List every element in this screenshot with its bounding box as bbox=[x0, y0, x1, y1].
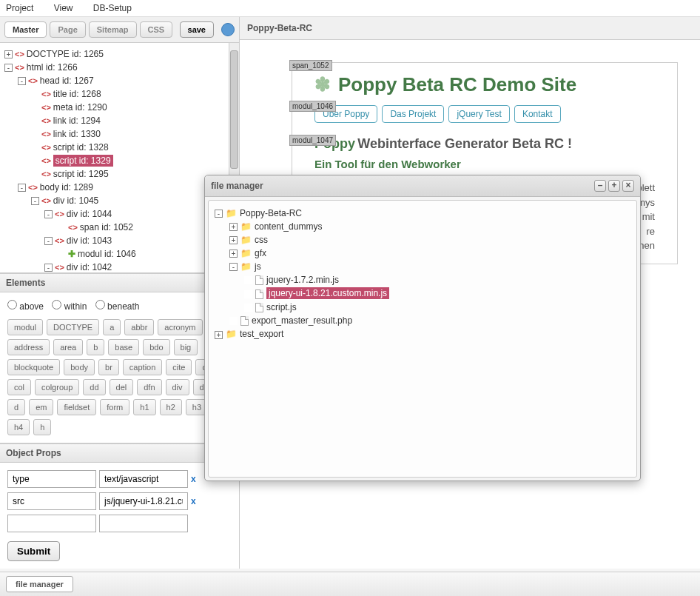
tag-em[interactable]: em bbox=[29, 399, 53, 415]
tag-body[interactable]: body bbox=[64, 359, 95, 375]
nav-kontakt[interactable]: Kontakt bbox=[514, 105, 561, 123]
close-icon[interactable]: × bbox=[622, 180, 634, 192]
tag-fieldset[interactable]: fieldset bbox=[57, 399, 96, 415]
tag-h4[interactable]: h4 bbox=[7, 419, 30, 435]
file-tree-node[interactable]: jquery-ui-1.8.21.custom.min.js bbox=[215, 287, 632, 300]
collapse-icon[interactable]: - bbox=[18, 184, 26, 192]
tag-dfn[interactable]: dfn bbox=[137, 379, 161, 395]
tree-label[interactable]: meta id: 1290 bbox=[53, 102, 107, 113]
maximize-icon[interactable]: + bbox=[608, 180, 620, 192]
dialog-titlebar[interactable]: file manager – + × bbox=[205, 175, 640, 197]
menu-dbsetup[interactable]: DB-Setup bbox=[93, 3, 132, 13]
expand-icon[interactable]: + bbox=[229, 236, 238, 244]
save-button[interactable]: save bbox=[180, 21, 214, 38]
tree-node[interactable]: <>link id: 1330 bbox=[4, 127, 238, 141]
tag-acronym[interactable]: acronym bbox=[158, 319, 202, 335]
tag-colgroup[interactable]: colgroup bbox=[35, 379, 79, 395]
tree-node[interactable]: -<>div id: 1043 bbox=[4, 234, 238, 247]
tree-node[interactable]: ✚modul id: 1046 bbox=[4, 247, 238, 261]
taskbar-filemanager[interactable]: file manager bbox=[6, 576, 73, 592]
tab-master[interactable]: Master bbox=[4, 21, 47, 38]
tree-label[interactable]: script id: 1295 bbox=[53, 169, 109, 179]
tag-h2[interactable]: h2 bbox=[160, 399, 182, 415]
tree-label[interactable]: div id: 1042 bbox=[67, 262, 112, 272]
collapse-icon[interactable]: - bbox=[44, 237, 53, 245]
file-tree-node[interactable]: -📁Poppy-Beta-RC bbox=[215, 207, 632, 220]
tag-bdo[interactable]: bdo bbox=[143, 339, 169, 355]
expand-icon[interactable]: + bbox=[229, 250, 238, 258]
tab-css[interactable]: CSS bbox=[140, 21, 173, 38]
tag-cite[interactable]: cite bbox=[166, 359, 192, 375]
collapse-icon[interactable]: - bbox=[229, 263, 238, 271]
tag-b[interactable]: b bbox=[87, 339, 104, 355]
radio-within[interactable]: within bbox=[52, 301, 87, 312]
expand-icon[interactable]: + bbox=[4, 50, 13, 58]
file-tree-node[interactable]: +📁content_dummys bbox=[215, 220, 632, 233]
tag-dd[interactable]: dd bbox=[83, 379, 105, 395]
tree-node[interactable]: -<>div id: 1042 bbox=[4, 261, 238, 273]
nav-jquery[interactable]: jQuery Test bbox=[448, 105, 509, 123]
file-label[interactable]: jquery-1.7.2.min.js bbox=[266, 275, 339, 285]
tree-label[interactable]: link id: 1330 bbox=[53, 129, 101, 139]
tag-del[interactable]: del bbox=[110, 379, 134, 395]
tree-node[interactable]: <>title id: 1268 bbox=[4, 87, 238, 101]
tag-modul[interactable]: modul bbox=[7, 319, 43, 335]
submit-button[interactable]: Submit bbox=[7, 541, 60, 561]
tag-address[interactable]: address bbox=[7, 339, 50, 355]
tree-label[interactable]: head id: 1267 bbox=[40, 76, 94, 86]
tag-col[interactable]: col bbox=[7, 379, 31, 395]
expand-icon[interactable]: + bbox=[229, 223, 238, 231]
file-label[interactable]: jquery-ui-1.8.21.custom.min.js bbox=[266, 287, 389, 299]
file-label[interactable]: content_dummys bbox=[255, 221, 322, 232]
tree-label[interactable]: script id: 1329 bbox=[53, 155, 113, 167]
tree-node[interactable]: <>script id: 1329 bbox=[4, 154, 238, 167]
tree-label[interactable]: title id: 1268 bbox=[53, 89, 101, 99]
prop-value-input[interactable] bbox=[99, 492, 188, 510]
file-label[interactable]: Poppy-Beta-RC bbox=[240, 208, 302, 218]
file-tree-node[interactable]: +📁test_export bbox=[215, 327, 632, 341]
file-manager-dialog[interactable]: file manager – + × -📁Poppy-Beta-RC+📁cont… bbox=[204, 175, 641, 481]
tree-label[interactable]: DOCTYPE id: 1265 bbox=[27, 49, 104, 59]
tree-node[interactable]: <>script id: 1328 bbox=[4, 141, 238, 154]
tree-label[interactable]: div id: 1043 bbox=[67, 235, 112, 246]
file-tree-node[interactable]: -📁js bbox=[215, 260, 632, 273]
tab-sitemap[interactable]: Sitemap bbox=[89, 21, 137, 38]
collapse-icon[interactable]: - bbox=[4, 64, 13, 72]
remove-prop-icon[interactable]: x bbox=[191, 496, 196, 506]
file-label[interactable]: gfx bbox=[255, 248, 266, 258]
tag-abbr[interactable]: abbr bbox=[124, 319, 154, 335]
tag-div[interactable]: div bbox=[166, 379, 189, 395]
tree-node[interactable]: -<>div id: 1045 bbox=[4, 194, 238, 207]
file-tree-node[interactable]: script.js bbox=[215, 301, 632, 314]
tree-node[interactable]: -<>head id: 1267 bbox=[4, 74, 238, 87]
refresh-icon[interactable] bbox=[221, 23, 235, 36]
tag-br[interactable]: br bbox=[98, 359, 119, 375]
tab-page[interactable]: Page bbox=[50, 21, 85, 38]
tag-blockquote[interactable]: blockquote bbox=[7, 359, 60, 375]
collapse-icon[interactable]: - bbox=[31, 197, 39, 205]
file-tree-node[interactable]: jquery-1.7.2.min.js bbox=[215, 273, 632, 287]
collapse-icon[interactable]: - bbox=[44, 210, 53, 218]
minimize-icon[interactable]: – bbox=[594, 180, 606, 192]
tree-label[interactable]: span id: 1052 bbox=[80, 222, 133, 232]
tag-caption[interactable]: caption bbox=[123, 359, 162, 375]
prop-value-input[interactable] bbox=[99, 470, 188, 488]
file-label[interactable]: test_export bbox=[240, 329, 283, 339]
tree-node[interactable]: <>span id: 1052 bbox=[4, 221, 238, 234]
tree-node[interactable]: <>script id: 1295 bbox=[4, 167, 238, 181]
tree-node[interactable]: <>link id: 1294 bbox=[4, 114, 238, 127]
menu-view[interactable]: View bbox=[54, 3, 73, 13]
tree-label[interactable]: script id: 1328 bbox=[53, 142, 109, 153]
nav-projekt[interactable]: Das Projekt bbox=[382, 105, 444, 123]
radio-above[interactable]: above bbox=[7, 301, 44, 312]
tree-label[interactable]: link id: 1294 bbox=[53, 115, 101, 126]
tree-node[interactable]: +<>DOCTYPE id: 1265 bbox=[4, 47, 238, 61]
prop-key-input[interactable] bbox=[7, 492, 96, 510]
file-tree-node[interactable]: +📁gfx bbox=[215, 247, 632, 260]
tag-h[interactable]: h bbox=[33, 419, 51, 435]
remove-prop-icon[interactable]: x bbox=[191, 474, 196, 484]
file-label[interactable]: css bbox=[255, 235, 268, 245]
expand-icon[interactable]: + bbox=[215, 331, 223, 339]
file-tree-node[interactable]: +📁css bbox=[215, 233, 632, 247]
tree-node[interactable]: -<>div id: 1044 bbox=[4, 207, 238, 221]
